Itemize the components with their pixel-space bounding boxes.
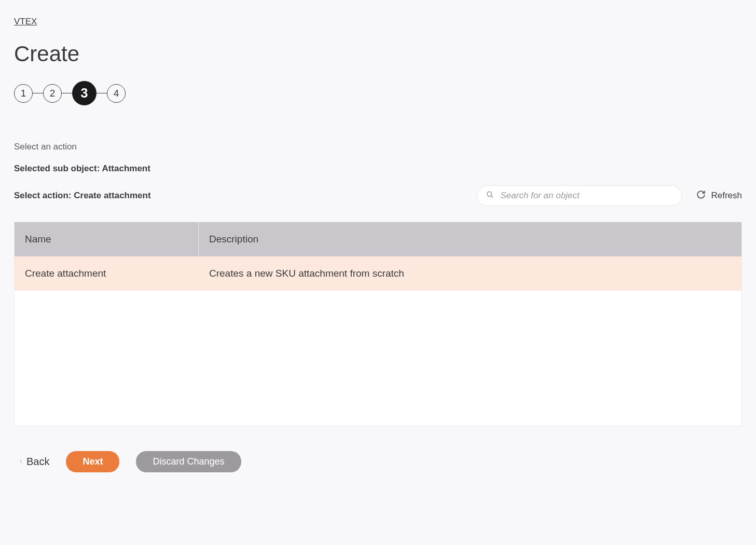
selected-action: Select action: Create attachment xyxy=(14,190,477,201)
step-3[interactable]: 3 xyxy=(72,81,97,105)
step-2[interactable]: 2 xyxy=(43,84,62,103)
refresh-button[interactable]: Refresh xyxy=(696,190,742,202)
step-connector xyxy=(33,93,43,94)
selected-sub-object: Selected sub object: Attachment xyxy=(14,164,742,174)
section-label: Select an action xyxy=(14,142,742,152)
svg-point-0 xyxy=(487,192,492,196)
chevron-left-icon xyxy=(18,456,23,468)
svg-line-1 xyxy=(491,196,493,198)
table-empty-area xyxy=(15,291,741,426)
table-row[interactable]: Create attachment Creates a new SKU atta… xyxy=(15,256,741,291)
search-icon xyxy=(486,191,494,201)
search-wrapper xyxy=(477,185,682,206)
cell-name: Create attachment xyxy=(15,256,199,291)
refresh-label: Refresh xyxy=(711,190,742,201)
refresh-icon xyxy=(696,190,706,202)
search-input[interactable] xyxy=(477,185,682,206)
back-label: Back xyxy=(26,456,49,468)
header-description: Description xyxy=(199,222,741,256)
back-button[interactable]: Back xyxy=(18,456,49,468)
page-title: Create xyxy=(14,42,742,66)
step-connector xyxy=(97,93,107,94)
table-header: Name Description xyxy=(15,222,741,256)
step-connector xyxy=(62,93,72,94)
stepper: 1 2 3 4 xyxy=(14,81,742,105)
footer-actions: Back Next Discard Changes xyxy=(14,451,742,472)
step-4[interactable]: 4 xyxy=(107,84,126,103)
breadcrumb-link[interactable]: VTEX xyxy=(14,17,37,27)
next-button[interactable]: Next xyxy=(66,451,119,472)
action-table: Name Description Create attachment Creat… xyxy=(14,222,742,426)
step-1[interactable]: 1 xyxy=(14,84,33,103)
header-name: Name xyxy=(15,222,199,256)
discard-button[interactable]: Discard Changes xyxy=(136,451,241,472)
cell-description: Creates a new SKU attachment from scratc… xyxy=(199,256,741,291)
